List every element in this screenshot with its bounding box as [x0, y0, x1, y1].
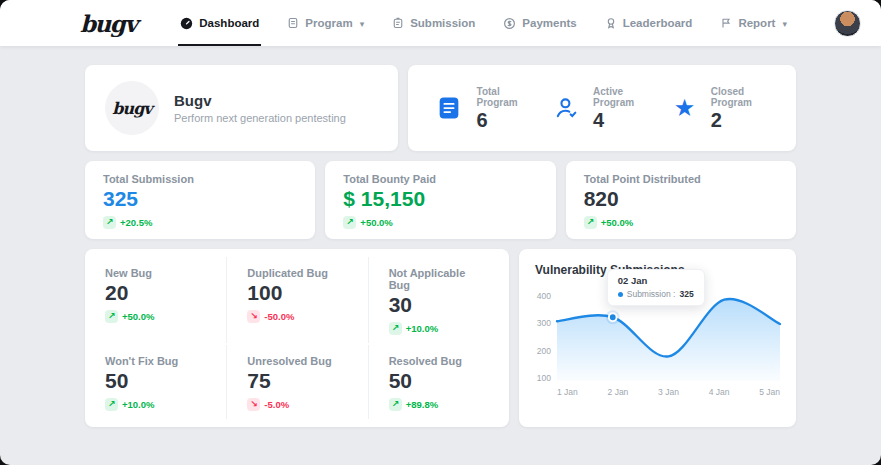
cell-resolved-bug: Resolved Bug 50 +89.8%	[368, 345, 509, 419]
nav-item-payments[interactable]: Payments	[503, 0, 576, 46]
chart-tooltip: 02 Jan Submission : 325	[607, 269, 705, 306]
chart-x-axis: 1 Jan 2 Jan 3 Jan 4 Jan 5 Jan	[557, 387, 780, 397]
nav-label: Dashboard	[199, 17, 259, 29]
bug-value: 50	[389, 369, 489, 393]
stat-active-program: Active Program 4	[543, 86, 662, 130]
bug-value: 30	[389, 293, 489, 317]
cell-unresolved-bug: Unresolved Bug 75 -5.0%	[226, 345, 367, 419]
stat-closed-program: ★ Closed Program 2	[661, 86, 780, 130]
trend-arrow-icon	[105, 310, 118, 323]
trend-arrow-icon	[247, 310, 260, 323]
card-value: 820	[584, 187, 778, 211]
stat-text: Active Program 4	[593, 86, 661, 130]
delta-badge: +50.0%	[343, 216, 393, 229]
x-tick: 5 Jan	[759, 387, 780, 397]
stat-label: Total Program	[477, 86, 543, 108]
bug-label: Resolved Bug	[389, 355, 489, 367]
y-tick: 400	[537, 291, 551, 301]
top-navbar: bugv Dashboard Program Submission	[0, 0, 881, 46]
row-overview: bugv Bugv Perform next generation pentes…	[85, 65, 796, 151]
nav-item-submission[interactable]: Submission	[392, 0, 475, 46]
x-tick: 1 Jan	[557, 387, 578, 397]
profile-card: bugv Bugv Perform next generation pentes…	[85, 65, 398, 151]
card-total-submission: Total Submission 325 +20.5%	[85, 161, 315, 239]
book-icon	[432, 94, 466, 122]
bug-value: 75	[247, 369, 347, 393]
stat-value: 6	[477, 110, 543, 130]
delta-badge: +10.0%	[389, 322, 439, 335]
y-tick: 300	[537, 318, 551, 328]
delta-value: -50.0%	[264, 311, 294, 322]
trend-arrow-icon	[103, 216, 116, 229]
stat-value: 2	[711, 110, 780, 130]
card-value: $ 15,150	[343, 187, 537, 211]
delta-value: +20.5%	[120, 217, 153, 228]
bug-value: 100	[247, 281, 347, 305]
trend-arrow-icon	[247, 398, 260, 411]
bug-stats-card: New Bug 20 +50.0% Duplicated Bug 100 -50…	[85, 249, 509, 427]
trend-arrow-icon	[584, 216, 597, 229]
nav-label: Submission	[410, 17, 475, 29]
bug-label: Not Applicable Bug	[389, 267, 489, 291]
star-icon: ★	[669, 96, 699, 120]
user-avatar[interactable]	[834, 10, 861, 37]
payments-icon	[503, 17, 516, 30]
card-total-points: Total Point Distributed 820 +50.0%	[566, 161, 796, 239]
delta-value: -5.0%	[264, 399, 289, 410]
trend-arrow-icon	[343, 216, 356, 229]
card-label: Total Submission	[103, 173, 297, 185]
card-label: Total Bounty Paid	[343, 173, 537, 185]
nav-item-report[interactable]: Report	[720, 0, 787, 46]
delta-badge: +50.0%	[105, 310, 155, 323]
bug-value: 50	[105, 369, 206, 393]
main-nav: Dashboard Program Submission Paymen	[180, 0, 787, 46]
nav-item-dashboard[interactable]: Dashboard	[180, 0, 259, 46]
delta-badge: -5.0%	[247, 398, 289, 411]
profile-title: Bugv	[174, 92, 346, 109]
delta-badge: +50.0%	[584, 216, 634, 229]
row-summary: Total Submission 325 +20.5% Total Bounty…	[85, 161, 796, 239]
trend-arrow-icon	[389, 322, 402, 335]
chevron-down-icon	[359, 17, 365, 29]
stat-label: Active Program	[593, 86, 661, 108]
stat-text: Total Program 6	[477, 86, 543, 130]
tooltip-date: 02 Jan	[618, 275, 694, 286]
dashboard-content: bugv Bugv Perform next generation pentes…	[85, 46, 796, 427]
program-icon	[287, 17, 299, 29]
delta-badge: +20.5%	[103, 216, 153, 229]
stat-total-program: Total Program 6	[424, 86, 543, 130]
nav-item-program[interactable]: Program	[287, 0, 364, 46]
data-point-marker[interactable]	[609, 313, 617, 321]
delta-value: +10.0%	[122, 399, 155, 410]
cell-not-applicable-bug: Not Applicable Bug 30 +10.0%	[368, 257, 509, 343]
chart-plot-area[interactable]: 02 Jan Submission : 325	[557, 289, 780, 381]
card-label: Total Point Distributed	[584, 173, 778, 185]
app-window: bugv Dashboard Program Submission	[0, 0, 881, 465]
cell-duplicated-bug: Duplicated Bug 100 -50.0%	[226, 257, 367, 343]
bug-label: New Bug	[105, 267, 206, 279]
delta-badge: +89.8%	[389, 398, 439, 411]
nav-item-leaderboard[interactable]: Leaderboard	[605, 0, 693, 46]
bug-label: Won't Fix Bug	[105, 355, 206, 367]
delta-value: +50.0%	[360, 217, 393, 228]
tooltip-row: Submission : 325	[618, 289, 694, 299]
stat-label: Closed Program	[711, 86, 780, 108]
tooltip-label: Submission :	[627, 289, 676, 299]
tooltip-value: 325	[679, 289, 693, 299]
submission-icon	[392, 17, 404, 29]
card-value: 325	[103, 187, 297, 211]
profile-logo: bugv	[105, 81, 159, 135]
nav-label: Program	[305, 17, 352, 29]
leaderboard-icon	[605, 17, 617, 29]
submissions-chart: 400 300 200 100	[535, 289, 780, 381]
nav-label: Leaderboard	[623, 17, 693, 29]
series-dot-icon	[618, 292, 623, 297]
area-fill	[557, 299, 780, 381]
profile-subtitle: Perform next generation pentesting	[174, 112, 346, 124]
brand-logo[interactable]: bugv	[80, 10, 136, 37]
chart-y-axis: 400 300 200 100	[535, 291, 557, 383]
dashboard-icon	[180, 17, 193, 30]
cell-new-bug: New Bug 20 +50.0%	[85, 257, 226, 343]
trend-arrow-icon	[105, 398, 118, 411]
x-tick: 3 Jan	[658, 387, 679, 397]
